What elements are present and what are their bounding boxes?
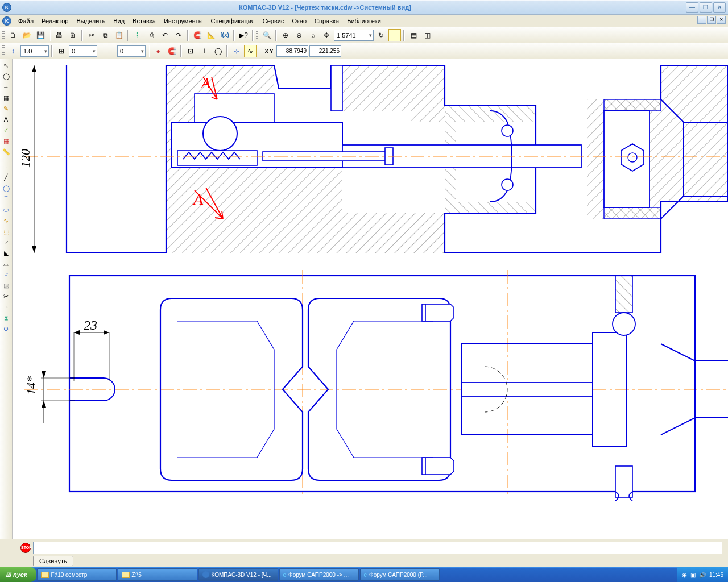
menu-service[interactable]: Сервис	[259, 16, 288, 26]
cut-button[interactable]: ✂	[85, 29, 98, 41]
redo-button[interactable]: ↷	[172, 29, 185, 41]
clock[interactable]: 11:46	[709, 572, 723, 578]
param-button[interactable]: ∿	[244, 45, 257, 57]
color-button[interactable]: ●	[152, 45, 164, 57]
layer-combo-b[interactable]: 0	[117, 45, 146, 57]
coord-x[interactable]: 88.7949	[276, 45, 308, 57]
zoom-out-button[interactable]: ⊖	[293, 29, 305, 41]
variables-button[interactable]: 📐	[205, 29, 217, 41]
task-item-folder2[interactable]: Z:\5	[118, 568, 197, 581]
toolbar-grip[interactable]	[2, 45, 5, 57]
menu-insert[interactable]: Вставка	[129, 16, 159, 26]
task-item-ie1[interactable]: eФорум САПР2000 -> ...	[279, 568, 359, 581]
measure-tool[interactable]: 📏	[1, 147, 11, 157]
task-item-kompas[interactable]: КОМПАС-3D V12 - [Ч...	[198, 568, 278, 581]
zoom-in-button[interactable]: ⊕	[279, 29, 292, 41]
doc-restore[interactable]: ❐	[707, 16, 716, 24]
zoom-window-button[interactable]: ⌕	[307, 29, 319, 41]
trim-tool[interactable]: ✂	[1, 291, 11, 301]
geometry-tool[interactable]: ◯	[1, 71, 11, 81]
cursor-tool[interactable]: ↖	[1, 60, 11, 70]
command-input[interactable]	[33, 542, 722, 554]
tray-kompas-icon[interactable]: ◉	[682, 572, 687, 578]
new-button[interactable]: 🗋	[7, 29, 19, 41]
ortho2-button[interactable]: ⊥	[198, 45, 210, 57]
zoom-fit-button[interactable]: 🔍	[260, 29, 273, 41]
close-button[interactable]: ✕	[713, 2, 726, 13]
fx-button[interactable]: f(x)	[218, 29, 231, 41]
grid-button[interactable]: ⊡	[184, 45, 197, 57]
line-tool[interactable]: ╱	[1, 172, 11, 182]
toolbar-grip[interactable]	[2, 30, 5, 41]
window-list-button[interactable]: ▤	[407, 29, 420, 41]
preview-button[interactable]: 🗎	[67, 29, 79, 41]
text-tool[interactable]: A	[1, 114, 11, 124]
ortho-button[interactable]: ↕	[7, 45, 19, 57]
stop-button[interactable]: STOP	[20, 543, 31, 553]
rect-tool[interactable]: ⬚	[1, 226, 11, 236]
copy-tool[interactable]: ⊕	[1, 323, 11, 334]
arc-tool[interactable]: ⌒	[1, 194, 11, 204]
undo-button[interactable]: ↶	[159, 29, 171, 41]
start-button[interactable]: ⊞ пуск	[0, 567, 36, 582]
snap-button[interactable]: 🧲	[166, 45, 178, 57]
tile-button[interactable]: ◫	[421, 29, 433, 41]
restore-button[interactable]: ❐	[700, 2, 712, 13]
menu-libraries[interactable]: Библиотеки	[344, 16, 384, 26]
menu-editor[interactable]: Редактор	[38, 16, 72, 26]
extend-tool[interactable]: →	[1, 302, 11, 312]
help-context-button[interactable]: ▶?	[237, 29, 250, 41]
linewidth-combo[interactable]: 1.0	[20, 45, 49, 57]
polyline-tool[interactable]: ⟋	[1, 237, 11, 247]
save-button[interactable]: 💾	[34, 29, 47, 41]
point-tool[interactable]: ·	[1, 161, 11, 172]
tray-lang-icon[interactable]: ▣	[690, 572, 696, 578]
toolbar-grip[interactable]	[256, 30, 258, 41]
print-button[interactable]: 🖶	[53, 29, 65, 41]
menu-help[interactable]: Справка	[311, 16, 342, 26]
menu-tools[interactable]: Инструменты	[160, 16, 206, 26]
fillet-tool[interactable]: ⌓	[1, 259, 11, 269]
ellipse-tool[interactable]: ⬭	[1, 205, 11, 215]
tab-move[interactable]: Сдвинуть	[33, 556, 73, 566]
symbol-tool[interactable]: ✓	[1, 125, 11, 135]
drawing-svg[interactable]: 120 А А	[13, 59, 728, 549]
mirror-tool[interactable]: ⧗	[1, 313, 11, 323]
layer-combo-a[interactable]: 0	[69, 45, 97, 57]
copy-button[interactable]: ⧉	[99, 29, 111, 41]
zoom-combo[interactable]: 1.5741	[334, 30, 374, 41]
axis-button[interactable]: ⊹	[230, 45, 243, 57]
edit-tool[interactable]: ✎	[1, 103, 11, 114]
menu-spec[interactable]: Спецификация	[208, 16, 258, 26]
fullscreen-button[interactable]: ⛶	[388, 29, 401, 41]
doc-close[interactable]: ✕	[717, 16, 726, 24]
paste-button[interactable]: 📋	[113, 29, 125, 41]
circle-tool[interactable]: ◯	[1, 183, 11, 193]
pan-button[interactable]: ✥	[320, 29, 333, 41]
task-item-folder1[interactable]: F:\10 семестр	[37, 568, 117, 581]
redraw-button[interactable]: ↻	[375, 29, 387, 41]
offset-tool[interactable]: ⫽	[1, 269, 11, 280]
doc-minimize[interactable]: —	[697, 16, 706, 24]
hatch-tool[interactable]: ▦	[1, 93, 11, 103]
menu-view[interactable]: Вид	[110, 16, 128, 26]
task-item-ie2[interactable]: eФорум САПР2000 (P...	[360, 568, 440, 581]
linestyle-button[interactable]: ═	[104, 45, 116, 57]
dimension-tool[interactable]: ↔	[1, 82, 11, 92]
system-tray[interactable]: ◉ ▣ 🔊 11:46	[677, 567, 728, 582]
layer-button[interactable]: ⊞	[55, 45, 68, 57]
menu-file[interactable]: Файл	[15, 16, 37, 26]
table-tool[interactable]: ▦	[1, 136, 11, 146]
format-button[interactable]: ⌇	[131, 29, 144, 41]
menu-select[interactable]: Выделить	[73, 16, 109, 26]
spline-tool[interactable]: ∿	[1, 215, 11, 226]
drawing-canvas[interactable]: 120 А А	[13, 59, 728, 549]
minimize-button[interactable]: —	[686, 2, 698, 13]
coord-y[interactable]: 221.256	[309, 45, 341, 57]
open-button[interactable]: 📂	[20, 29, 33, 41]
chamfer-tool[interactable]: ◣	[1, 248, 11, 258]
round-button[interactable]: ◯	[212, 45, 224, 57]
menu-window[interactable]: Окно	[288, 16, 310, 26]
manager-button[interactable]: 🧲	[191, 29, 204, 41]
tray-volume-icon[interactable]: 🔊	[699, 572, 706, 578]
